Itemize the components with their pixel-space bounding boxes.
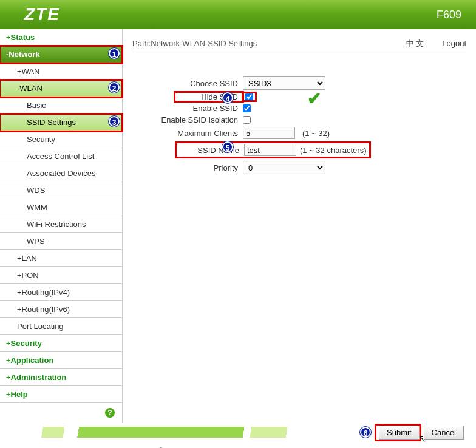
choose-ssid-label: Choose SSID <box>132 79 243 88</box>
nav-basic[interactable]: Basic <box>0 97 122 114</box>
priority-label: Priority <box>132 163 243 172</box>
max-clients-hint: (1 ~ 32) <box>302 129 330 138</box>
nav--application[interactable]: +Application <box>0 352 122 369</box>
isolation-label: Enable SSID Isolation <box>132 115 243 124</box>
logout-link[interactable]: Logout <box>442 39 466 48</box>
ssid-name-input[interactable] <box>244 144 296 156</box>
nav--administration[interactable]: +Administration <box>0 369 122 386</box>
sidebar-nav: +Status-Network1+WAN-WLAN2BasicSSID Sett… <box>0 29 123 423</box>
nav--network[interactable]: -Network1 <box>0 46 122 63</box>
copyright-text: ©2008-2019 ZTE Corporation. All rights r… <box>0 442 476 448</box>
cursor-icon: ↖ <box>418 433 426 444</box>
enable-ssid-label: Enable SSID <box>132 104 243 113</box>
brand-logo: ZTE <box>24 5 60 24</box>
check-arrow-icon: ✔ <box>307 89 321 109</box>
nav--security[interactable]: +Security <box>0 335 122 352</box>
nav--wan[interactable]: +WAN <box>0 63 122 80</box>
language-link[interactable]: 中 文 <box>406 38 424 49</box>
cancel-button[interactable]: Cancel <box>424 426 464 440</box>
nav--wlan[interactable]: -WLAN2 <box>0 80 122 97</box>
nav-security[interactable]: Security <box>0 131 122 148</box>
isolation-checkbox[interactable] <box>243 116 251 124</box>
callout-4: 4 <box>222 92 233 103</box>
nav--lan[interactable]: +LAN <box>0 250 122 267</box>
nav--routing-ipv6-[interactable]: +Routing(IPv6) <box>0 301 122 318</box>
content-area: Path:Network-WLAN-SSID Settings 中 文 Logo… <box>123 29 476 423</box>
max-clients-label: Maximum Clients <box>132 129 243 138</box>
nav-wifi-restrictions[interactable]: WiFi Restrictions <box>0 216 122 233</box>
nav-wds[interactable]: WDS <box>0 182 122 199</box>
nav-port-locating[interactable]: Port Locating <box>0 318 122 335</box>
hide-ssid-checkbox[interactable] <box>245 93 253 101</box>
help-icon[interactable]: ? <box>105 408 115 418</box>
breadcrumb: Path:Network-WLAN-SSID Settings <box>132 39 388 48</box>
nav-wmm[interactable]: WMM <box>0 199 122 216</box>
nav--help[interactable]: +Help <box>0 386 122 403</box>
enable-ssid-checkbox[interactable] <box>243 104 251 112</box>
nav-access-control-list[interactable]: Access Control List <box>0 148 122 165</box>
callout-1: 1 <box>109 48 120 59</box>
callout-6: 6 <box>360 427 371 438</box>
callout-2: 2 <box>109 82 120 93</box>
nav--pon[interactable]: +PON <box>0 267 122 284</box>
app-header: ZTE F609 <box>0 0 476 29</box>
callout-3: 3 <box>109 116 120 127</box>
ssid-name-hint: (1 ~ 32 characters) <box>300 146 366 155</box>
footer-stripe <box>0 427 358 438</box>
choose-ssid-select[interactable]: SSID3 <box>243 76 325 90</box>
priority-select[interactable]: 0 <box>243 161 325 174</box>
nav-associated-devices[interactable]: Associated Devices <box>0 165 122 182</box>
submit-button[interactable]: Submit <box>379 426 419 440</box>
nav--status[interactable]: +Status <box>0 29 122 46</box>
nav-wps[interactable]: WPS <box>0 233 122 250</box>
nav-ssid-settings[interactable]: SSID Settings3 <box>0 114 122 131</box>
ssid-name-label: SSID Name <box>177 146 244 155</box>
max-clients-input[interactable] <box>243 127 295 139</box>
footer-bar: 6 Submit ↖ Cancel <box>0 423 476 442</box>
model-label: F609 <box>437 8 461 21</box>
nav--routing-ipv4-[interactable]: +Routing(IPv4) <box>0 284 122 301</box>
callout-5: 5 <box>222 141 233 152</box>
